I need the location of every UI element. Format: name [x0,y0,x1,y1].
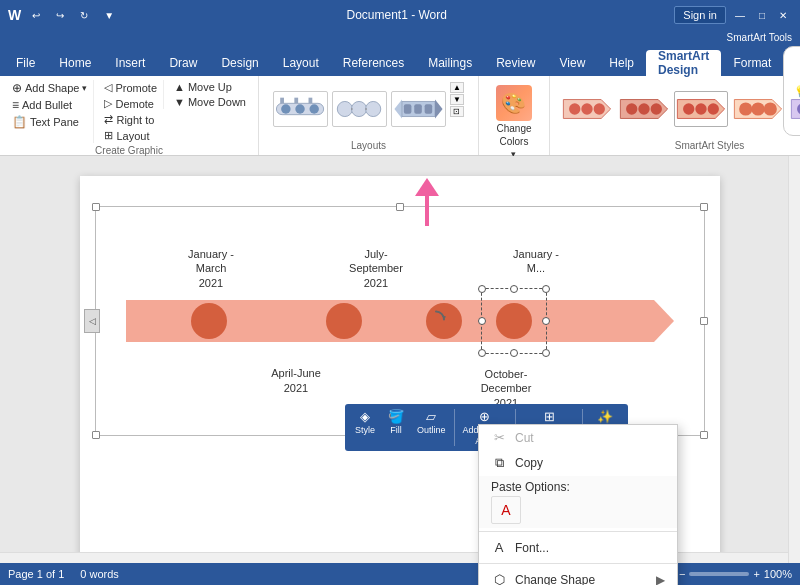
mini-toolbar-outline-button[interactable]: ▱ Outline [412,407,451,448]
canvas-handle-bl[interactable] [92,431,100,439]
tab-insert[interactable]: Insert [103,50,157,76]
layout-item-3[interactable] [391,91,446,127]
svg-point-20 [581,103,592,114]
canvas-handle-tm[interactable] [396,203,404,211]
svg-rect-4 [280,98,284,104]
zoom-slider[interactable] [689,572,749,576]
word-count: 0 words [80,568,119,580]
rotate-handle[interactable] [426,310,446,333]
svg-point-28 [695,103,706,114]
tab-file[interactable]: File [4,50,47,76]
sel-handle-mr[interactable] [542,317,550,325]
smartart-canvas[interactable]: ◁ January -March2021 July-September2021 … [95,206,705,436]
ctx-change-shape[interactable]: ⬡ Change Shape ▶ [479,567,677,585]
left-expand-button[interactable]: ◁ [84,309,100,333]
tab-design[interactable]: Design [209,50,270,76]
sel-handle-bm[interactable] [510,349,518,357]
style-item-5[interactable] [788,91,800,127]
add-shape-icon: ⊕ [12,81,22,95]
ctx-copy[interactable]: ⧉ Copy [479,450,677,476]
ribbon-tabs: File Home Insert Draw Design Layout Refe… [0,46,800,76]
undo-button[interactable]: ↩ [27,8,45,23]
customize-qat-button[interactable]: ▼ [99,8,119,23]
add-bullet-button[interactable]: ≡ Add Bullet [8,97,91,113]
timeline-dot-1[interactable] [191,303,227,339]
tab-mailings[interactable]: Mailings [416,50,484,76]
move-down-button[interactable]: ▼ Move Down [170,95,250,109]
canvas-handle-br[interactable] [700,431,708,439]
style-item-1[interactable] [560,91,614,127]
sel-handle-tl[interactable] [478,285,486,293]
change-colors-button[interactable]: 🎨 Change Colors ▾ [487,80,541,164]
promote-demote-group: ◁ Promote ▷ Demote ⇄ Right to ⊞ Layout [93,80,161,143]
change-colors-label: Change [496,123,531,134]
context-menu: ✂ Cut ⧉ Copy Paste Options: A A Font... … [478,424,678,585]
canvas-handle-tr[interactable] [700,203,708,211]
canvas-handle-mr[interactable] [700,317,708,325]
create-graphic-label: Create Graphic [95,143,163,156]
demote-button[interactable]: ▷ Demote [100,96,161,111]
add-shape-button[interactable]: ⊕ Add Shape ▾ [8,80,91,96]
cut-icon: ✂ [491,430,507,445]
zoom-level: 100% [764,568,792,580]
layout-scroll-up-button[interactable]: ▲ [450,82,464,93]
move-up-button[interactable]: ▲ Move Up [170,80,250,94]
sel-handle-br[interactable] [542,349,550,357]
scrollbar-vertical[interactable] [788,156,800,564]
sel-handle-bl[interactable] [478,349,486,357]
style-item-2[interactable] [617,91,671,127]
zoom-out-icon[interactable]: − [679,568,685,580]
add-shape-dropdown-icon[interactable]: ▾ [82,83,87,93]
ctx-paste-label: Paste Options: [491,480,665,494]
add-bullet-icon: ≡ [12,98,19,112]
smartart-styles-content: ▲ ▼ ⊡ [558,80,800,138]
close-button[interactable]: ✕ [774,8,792,23]
canvas-handle-tl[interactable] [92,203,100,211]
layout-button[interactable]: ⊞ Layout [100,128,161,143]
ctx-font[interactable]: A Font... [479,535,677,560]
mini-toolbar-separator-1 [454,409,455,446]
layout-expand-button[interactable]: ⊡ [450,106,464,117]
timeline-dot-2[interactable] [326,303,362,339]
layout-item-1[interactable] [273,91,328,127]
text-pane-button[interactable]: 📋 Text Pane [8,114,91,130]
layout-scroll-down-button[interactable]: ▼ [450,94,464,105]
tab-review[interactable]: Review [484,50,547,76]
timeline-dot-selected-container[interactable] [496,303,532,339]
sign-in-button[interactable]: Sign in [674,6,726,24]
mini-toolbar-style-button[interactable]: ◈ Style [350,407,380,448]
tab-format[interactable]: Format [721,50,783,76]
tab-home[interactable]: Home [47,50,103,76]
tab-layout[interactable]: Layout [271,50,331,76]
zoom-in-icon[interactable]: + [753,568,759,580]
tab-help[interactable]: Help [597,50,646,76]
status-bar: Page 1 of 1 0 words Format Shape " − + 1… [0,563,800,585]
sel-handle-tr[interactable] [542,285,550,293]
ctx-paste-icon-keep-formatting[interactable]: A [491,496,521,524]
sel-handle-ml[interactable] [478,317,486,325]
promote-button[interactable]: ◁ Promote [100,80,161,95]
right-to-left-button[interactable]: ⇄ Right to [100,112,161,127]
word-icon: W [8,7,21,23]
outline-icon: ▱ [426,409,436,424]
layout-item-2[interactable] [332,91,387,127]
maximize-button[interactable]: □ [754,8,770,23]
tab-draw[interactable]: Draw [157,50,209,76]
tab-smartart-design[interactable]: SmartArt Design [646,50,721,76]
repeat-button[interactable]: ↻ [75,8,93,23]
selected-dot-wrapper[interactable] [496,303,532,339]
paste-keep-formatting-icon: A [501,502,510,518]
style-item-3[interactable] [674,91,728,127]
zoom-controls[interactable]: − + 100% [679,568,792,580]
redo-button[interactable]: ↪ [51,8,69,23]
tab-view[interactable]: View [548,50,598,76]
change-colors-sublabel: Colors [500,136,529,147]
tab-references[interactable]: References [331,50,416,76]
minimize-button[interactable]: — [730,8,750,23]
mini-toolbar-fill-button[interactable]: 🪣 Fill [381,407,411,448]
smartart-tools-bar: SmartArt Tools [0,30,800,46]
sel-handle-tm[interactable] [510,285,518,293]
style-item-4[interactable] [731,91,785,127]
demote-icon: ▷ [104,97,112,110]
status-bar-left: Page 1 of 1 0 words [8,568,119,580]
